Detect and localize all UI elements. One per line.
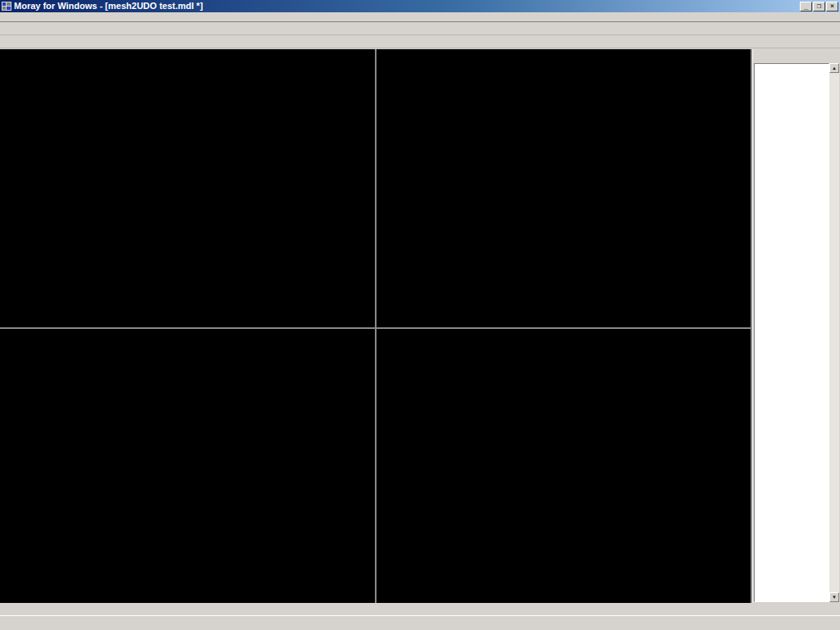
menu-bar (0, 12, 840, 22)
restore-button[interactable]: ❐ (813, 2, 825, 11)
viewport-stdcam[interactable] (377, 329, 751, 603)
toolbar-standard (0, 22, 840, 35)
tree-scrollbar[interactable]: ▲ ▼ (829, 63, 839, 602)
toolbar-create (0, 35, 840, 48)
moray-app-icon (2, 2, 11, 11)
panel-tabs (753, 49, 840, 62)
scroll-up-icon[interactable]: ▲ (829, 63, 839, 73)
minimize-button[interactable]: _ (800, 2, 812, 11)
scene-tree (754, 63, 829, 602)
viewport-area: ▲ ▼ (0, 49, 840, 603)
viewport-side[interactable] (377, 49, 751, 327)
viewport-front[interactable] (0, 49, 375, 327)
window-title: Moray for Windows - [mesh2UDO test.mdl *… (14, 0, 799, 12)
scroll-down-icon[interactable]: ▼ (829, 592, 839, 602)
status-bar (0, 603, 840, 615)
object-panel: ▲ ▼ (752, 49, 840, 603)
windows-taskbar (0, 615, 840, 630)
title-bar[interactable]: Moray for Windows - [mesh2UDO test.mdl *… (0, 0, 840, 12)
moray-application-window: Moray for Windows - [mesh2UDO test.mdl *… (0, 0, 840, 630)
viewport-top[interactable] (0, 329, 375, 603)
close-button[interactable]: × (826, 2, 838, 11)
